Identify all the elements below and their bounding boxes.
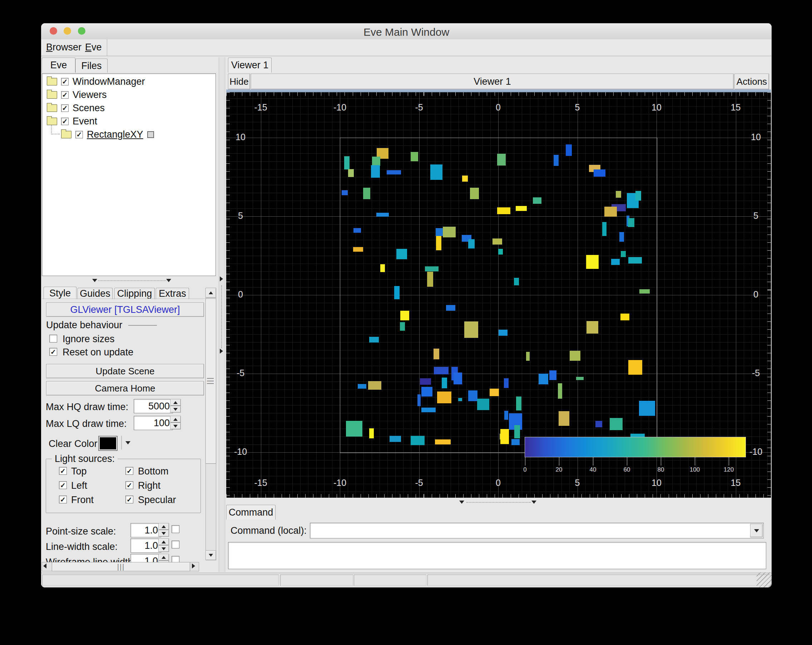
light-left-checkbox[interactable] — [59, 481, 67, 489]
scale-checkbox[interactable] — [171, 525, 179, 533]
command-dropdown-icon[interactable] — [750, 524, 763, 537]
scroll-left-icon[interactable] — [43, 564, 46, 569]
tree-item-viewers[interactable]: Viewers — [47, 90, 107, 100]
tree-item-rectanglexy[interactable]: RectangleXY — [61, 130, 154, 139]
clear-color-dropdown-icon[interactable] — [125, 441, 130, 445]
v-splitter[interactable] — [219, 57, 225, 572]
scroll-up-icon[interactable] — [206, 288, 216, 298]
viewer-canvas[interactable]: -15-15-10-10-5-500551010151510105500-5-5… — [226, 92, 771, 498]
y-axis-label: 0 — [231, 289, 250, 300]
tree-checkbox[interactable] — [61, 78, 69, 86]
h-splitter-bottom[interactable] — [466, 502, 531, 503]
colorbar-tick-label: 60 — [620, 466, 634, 473]
y-axis-label: -10 — [745, 446, 766, 457]
tab-viewer-1[interactable]: Viewer 1 — [228, 58, 272, 73]
light-right-label: Right — [138, 480, 160, 491]
command-input[interactable] — [310, 523, 764, 538]
max-hq-input[interactable]: 5000 — [134, 399, 173, 413]
resize-grip[interactable] — [757, 572, 772, 587]
light-top-checkbox[interactable] — [59, 467, 67, 475]
max-lq-label: Max LQ draw time: — [46, 418, 127, 429]
actions-button[interactable]: Actions — [734, 73, 769, 89]
scale-input[interactable]: 1.0 — [130, 538, 161, 553]
menu-eve[interactable]: Eve — [85, 42, 102, 53]
scale-checkbox[interactable] — [171, 541, 179, 549]
tab-style[interactable]: Style — [44, 287, 76, 299]
x-axis-label: 15 — [725, 478, 746, 488]
folder-icon — [61, 131, 72, 138]
tree-item-windowmanager[interactable]: WindowManager — [47, 76, 145, 87]
colorbar-tick-label: 0 — [518, 466, 532, 473]
grid-minor — [226, 130, 771, 130]
reset-on-update-checkbox[interactable] — [49, 348, 57, 356]
style-vscroll-thumb[interactable]: ||| — [206, 298, 216, 464]
tab-guides[interactable]: Guides — [78, 288, 113, 299]
scale-stepper[interactable] — [158, 554, 169, 562]
spin-down-icon[interactable] — [170, 406, 181, 413]
splitter-arrow-icon[interactable] — [220, 277, 223, 281]
tree-checkbox[interactable] — [61, 91, 69, 99]
v-splitter-dots — [221, 285, 222, 348]
scale-input[interactable]: 1.0 — [130, 554, 161, 562]
scene-frame — [340, 138, 657, 453]
scale-input[interactable]: 1.0 — [130, 523, 161, 537]
colorbar-tick — [695, 457, 695, 466]
scale-label: Point-size scale: — [46, 526, 116, 537]
tab-eve[interactable]: Eve — [42, 58, 75, 73]
scale-stepper[interactable] — [158, 523, 169, 536]
style-hscroll-thumb[interactable]: ||| — [52, 562, 190, 572]
ignore-sizes-checkbox[interactable] — [49, 335, 57, 342]
splitter-arrow-icon[interactable] — [531, 501, 536, 504]
spin-up-icon[interactable] — [158, 538, 169, 545]
colorbar-tick-label: 80 — [654, 466, 668, 473]
scale-stepper[interactable] — [158, 538, 169, 552]
tab-files[interactable]: Files — [75, 59, 108, 73]
tab-command[interactable]: Command — [226, 505, 276, 520]
spin-up-icon[interactable] — [170, 399, 181, 406]
colorbar-tick-label: 40 — [586, 466, 600, 473]
tab-clipping[interactable]: Clipping — [114, 288, 155, 299]
x-axis-label: 10 — [646, 102, 667, 113]
light-bottom-checkbox[interactable] — [125, 467, 133, 475]
viewer-title-bar[interactable]: Viewer 1 — [251, 73, 734, 89]
spin-down-icon[interactable] — [158, 530, 169, 536]
spin-up-icon[interactable] — [170, 416, 181, 423]
spin-down-icon[interactable] — [158, 545, 169, 552]
ignore-sizes-label: Ignore sizes — [63, 333, 115, 345]
y-axis-label: -5 — [745, 368, 766, 378]
light-front-checkbox[interactable] — [59, 495, 67, 503]
hide-button[interactable]: Hide — [228, 73, 250, 89]
splitter-arrow-icon[interactable] — [220, 348, 223, 354]
splitter-arrow-icon[interactable] — [459, 501, 464, 504]
menu-browser[interactable]: Browser — [46, 42, 81, 53]
light-right-checkbox[interactable] — [125, 481, 133, 489]
tree-checkbox[interactable] — [61, 118, 69, 125]
clear-color-swatch[interactable] — [98, 436, 118, 451]
splitter-arrow-icon[interactable] — [92, 279, 97, 282]
splitter-arrow-icon[interactable] — [166, 279, 171, 282]
tab-extras[interactable]: Extras — [156, 288, 189, 299]
tree-item-event[interactable]: Event — [47, 116, 97, 126]
spin-up-icon[interactable] — [158, 523, 169, 530]
max-hq-stepper[interactable] — [170, 399, 181, 413]
scale-checkbox[interactable] — [171, 556, 179, 562]
glviewer-button[interactable]: GLViewer [TGLSAViewer] — [46, 303, 204, 317]
max-lq-stepper[interactable] — [170, 416, 181, 429]
y-axis-label: 5 — [745, 211, 766, 221]
render-state-box[interactable] — [147, 131, 154, 138]
command-output[interactable] — [228, 542, 766, 569]
h-splitter[interactable] — [98, 280, 166, 281]
max-lq-input[interactable]: 100 — [134, 416, 173, 430]
spin-up-icon[interactable] — [158, 554, 169, 561]
command-label: Command (local): — [230, 525, 307, 536]
light-specular-checkbox[interactable] — [125, 495, 133, 503]
tree-checkbox[interactable] — [75, 131, 83, 138]
scroll-right-icon[interactable] — [192, 564, 195, 569]
y-axis-label: 10 — [231, 132, 250, 142]
tree-item-scenes[interactable]: Scenes — [47, 103, 105, 113]
tree-checkbox[interactable] — [61, 104, 69, 112]
camera-home-button[interactable]: Camera Home — [46, 381, 204, 396]
update-scene-button[interactable]: Update Scene — [46, 364, 204, 378]
spin-down-icon[interactable] — [170, 423, 181, 429]
scroll-down-icon[interactable] — [206, 550, 216, 560]
